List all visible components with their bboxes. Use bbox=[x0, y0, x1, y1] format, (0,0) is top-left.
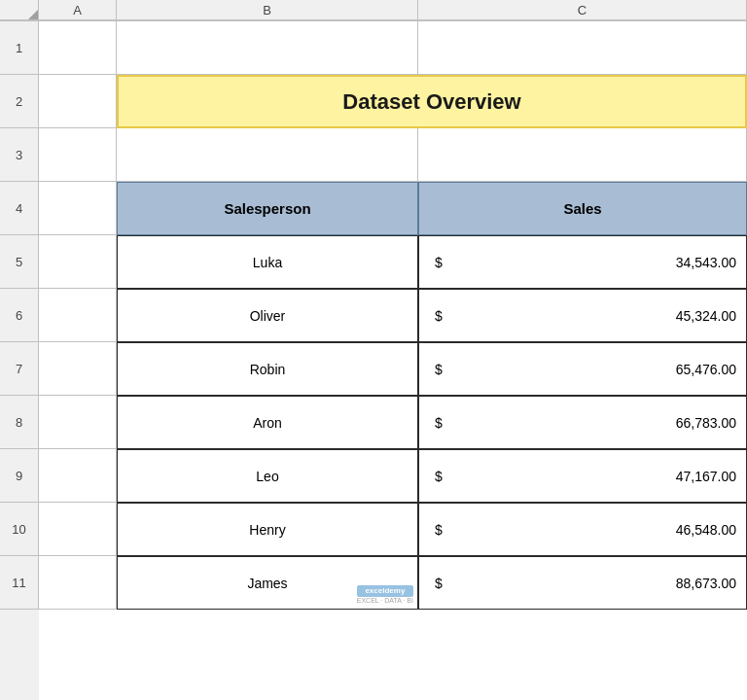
cell-a7[interactable] bbox=[39, 342, 117, 396]
row-num-10[interactable]: 10 bbox=[0, 503, 39, 556]
sales-amount: 66,783.00 bbox=[458, 415, 746, 431]
currency-symbol: $ bbox=[419, 255, 458, 270]
cell-name-luka[interactable]: Luka bbox=[117, 235, 418, 289]
row-7: Robin $ 65,476.00 bbox=[39, 342, 747, 396]
currency-symbol: $ bbox=[419, 308, 458, 324]
cell-a9[interactable] bbox=[39, 449, 117, 503]
row-5: Luka $ 34,543.00 bbox=[39, 235, 747, 289]
row-num-7[interactable]: 7 bbox=[0, 342, 39, 396]
cell-sales-oliver[interactable]: $ 45,324.00 bbox=[418, 289, 747, 342]
cell-c1[interactable] bbox=[418, 21, 747, 75]
grid-body: 1 2 3 4 5 6 7 8 9 10 11 Dataset bbox=[0, 21, 747, 700]
cell-a3[interactable] bbox=[39, 128, 117, 182]
currency-symbol: $ bbox=[419, 415, 458, 431]
cell-sales-aron[interactable]: $ 66,783.00 bbox=[418, 396, 747, 449]
data-area: Dataset Overview Salesperson Sales bbox=[39, 21, 747, 700]
row-10: Henry $ 46,548.00 bbox=[39, 503, 747, 556]
watermark-tagline: EXCEL · DATA · BI bbox=[357, 597, 413, 605]
row-1 bbox=[39, 21, 747, 75]
watermark: exceldemy EXCEL · DATA · BI bbox=[357, 585, 413, 605]
watermark-brand: exceldemy bbox=[357, 585, 413, 597]
cell-b3[interactable] bbox=[117, 128, 418, 182]
currency-symbol: $ bbox=[419, 576, 458, 591]
currency-symbol: $ bbox=[419, 469, 458, 484]
cell-b1[interactable] bbox=[117, 21, 418, 75]
corner-cell bbox=[0, 0, 39, 20]
sales-header[interactable]: Sales bbox=[418, 182, 747, 235]
row-8: Aron $ 66,783.00 bbox=[39, 396, 747, 449]
row-num-9[interactable]: 9 bbox=[0, 449, 39, 503]
row-num-3[interactable]: 3 bbox=[0, 128, 39, 182]
cell-a8[interactable] bbox=[39, 396, 117, 449]
row-3 bbox=[39, 128, 747, 182]
spreadsheet: A B C 1 2 3 4 5 6 7 8 9 10 11 bbox=[0, 0, 747, 700]
sales-amount: 65,476.00 bbox=[458, 362, 746, 377]
cell-sales-leo[interactable]: $ 47,167.00 bbox=[418, 449, 747, 503]
sales-amount: 34,543.00 bbox=[458, 255, 746, 270]
sales-label: Sales bbox=[563, 200, 601, 217]
cell-name-robin[interactable]: Robin bbox=[117, 342, 418, 396]
cell-sales-henry[interactable]: $ 46,548.00 bbox=[418, 503, 747, 556]
cell-a6[interactable] bbox=[39, 289, 117, 342]
col-header-a[interactable]: A bbox=[39, 0, 117, 20]
row-num-5[interactable]: 5 bbox=[0, 235, 39, 289]
currency-symbol: $ bbox=[419, 362, 458, 377]
sales-amount: 46,548.00 bbox=[458, 522, 746, 538]
salesperson-header[interactable]: Salesperson bbox=[117, 182, 418, 235]
cell-a1[interactable] bbox=[39, 21, 117, 75]
cell-sales-luka[interactable]: $ 34,543.00 bbox=[418, 235, 747, 289]
row-num-4[interactable]: 4 bbox=[0, 182, 39, 235]
sales-amount: 88,673.00 bbox=[458, 576, 746, 591]
row-4: Salesperson Sales bbox=[39, 182, 747, 235]
row-num-6[interactable]: 6 bbox=[0, 289, 39, 342]
row-6: Oliver $ 45,324.00 bbox=[39, 289, 747, 342]
row-num-2[interactable]: 2 bbox=[0, 75, 39, 128]
salesperson-label: Salesperson bbox=[224, 200, 310, 217]
row-9: Leo $ 47,167.00 bbox=[39, 449, 747, 503]
title-merged-cell[interactable]: Dataset Overview bbox=[117, 75, 747, 128]
cell-name-aron[interactable]: Aron bbox=[117, 396, 418, 449]
sales-amount: 45,324.00 bbox=[458, 308, 746, 324]
cell-a10[interactable] bbox=[39, 503, 117, 556]
cell-name-leo[interactable]: Leo bbox=[117, 449, 418, 503]
cell-sales-james[interactable]: $ 88,673.00 bbox=[418, 556, 747, 610]
col-header-c[interactable]: C bbox=[418, 0, 747, 20]
row-numbers: 1 2 3 4 5 6 7 8 9 10 11 bbox=[0, 21, 39, 700]
cell-name-oliver[interactable]: Oliver bbox=[117, 289, 418, 342]
cell-a4[interactable] bbox=[39, 182, 117, 235]
row-num-11[interactable]: 11 bbox=[0, 556, 39, 610]
cell-sales-robin[interactable]: $ 65,476.00 bbox=[418, 342, 747, 396]
row-num-1[interactable]: 1 bbox=[0, 21, 39, 75]
cell-a5[interactable] bbox=[39, 235, 117, 289]
row-2: Dataset Overview bbox=[39, 75, 747, 128]
col-header-b[interactable]: B bbox=[117, 0, 418, 20]
cell-a2[interactable] bbox=[39, 75, 117, 128]
cell-name-henry[interactable]: Henry bbox=[117, 503, 418, 556]
dataset-title: Dataset Overview bbox=[342, 89, 520, 115]
cell-c3[interactable] bbox=[418, 128, 747, 182]
row-num-8[interactable]: 8 bbox=[0, 396, 39, 449]
cell-a11[interactable] bbox=[39, 556, 117, 610]
column-headers: A B C bbox=[0, 0, 747, 21]
cell-name-james[interactable]: James exceldemy EXCEL · DATA · BI bbox=[117, 556, 418, 610]
currency-symbol: $ bbox=[419, 522, 458, 538]
row-11: James exceldemy EXCEL · DATA · BI $ 88,6… bbox=[39, 556, 747, 610]
sales-amount: 47,167.00 bbox=[458, 469, 746, 484]
